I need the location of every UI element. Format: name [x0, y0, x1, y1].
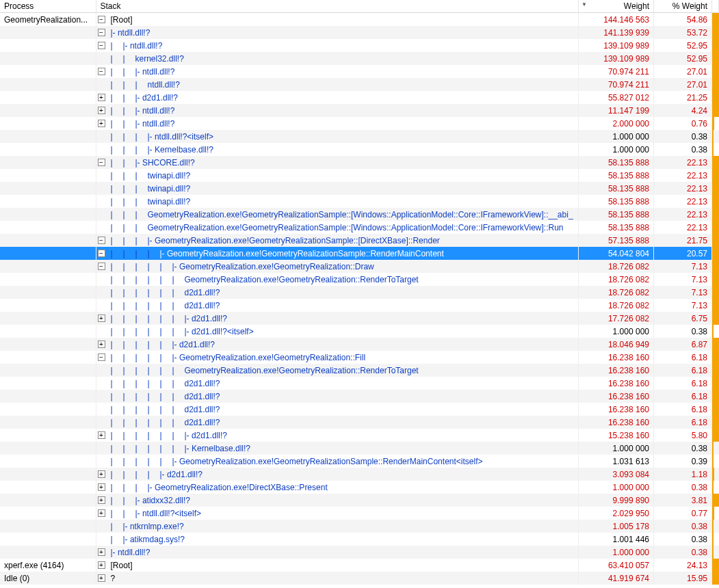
collapse-icon[interactable]: − — [98, 68, 105, 75]
table-row[interactable]: −|||||- GeometryRealization.exe!Geometry… — [0, 247, 719, 260]
table-row[interactable]: ||||||GeometryRealization.exe!GeometryRe… — [0, 273, 719, 286]
expand-icon[interactable]: + — [98, 496, 105, 504]
expand-icon[interactable]: + — [98, 120, 105, 127]
table-row[interactable]: ||||- Kernelbase.dll!?1.000 0000.38 — [0, 143, 719, 156]
col-weight[interactable]: ▼Weight — [579, 0, 654, 13]
table-row[interactable]: GeometryRealization...−[Root]144.146 563… — [0, 13, 719, 27]
table-row[interactable]: |||twinapi.dll!?58.135 88822.13 — [0, 182, 719, 195]
collapse-icon[interactable]: − — [98, 353, 105, 361]
tree-pipe-icon: | — [148, 353, 160, 362]
table-row[interactable]: +|||- ntdll.dll!?2.000 0000.76 — [0, 117, 719, 130]
table-row[interactable]: |||GeometryRealization.exe!GeometryReali… — [0, 221, 719, 234]
table-row[interactable]: ||kernel32.dll!?139.109 98952.95 — [0, 52, 719, 65]
col-process[interactable]: Process — [0, 0, 96, 13]
weight-cell: 55.827 012 — [579, 91, 654, 104]
table-row[interactable]: +|- ntdll.dll!?1.000 0000.38 — [0, 546, 719, 559]
table-row[interactable]: −|||- ntdll.dll!?70.974 21127.01 — [0, 65, 719, 78]
weight-cell: 54.042 804 — [579, 247, 654, 260]
bar-cell — [712, 351, 719, 364]
expand-icon[interactable]: + — [98, 561, 105, 569]
bar-cell — [712, 13, 719, 27]
expand-icon[interactable]: + — [98, 548, 105, 556]
collapse-icon[interactable]: − — [98, 42, 105, 49]
table-row[interactable]: +|||||||- d2d1.dll!?17.726 0826.75 — [0, 312, 719, 325]
table-row[interactable]: ||||||d2d1.dll!?16.238 1606.18 — [0, 403, 719, 416]
expand-icon[interactable]: + — [98, 107, 105, 114]
table-row[interactable]: +|||||||- d2d1.dll!?15.238 1605.80 — [0, 429, 719, 442]
bar-cell — [712, 416, 719, 429]
table-row[interactable]: |||GeometryRealization.exe!GeometryReali… — [0, 208, 719, 221]
stack-cell: ||||- ntdll.dll!?<itself> — [96, 130, 579, 143]
tree-pipe-icon: | — [148, 262, 160, 271]
table-row[interactable]: ||||||d2d1.dll!?16.238 1606.18 — [0, 390, 719, 403]
weight-cell: 3.093 084 — [579, 468, 654, 481]
collapse-icon[interactable]: − — [98, 250, 105, 257]
table-row[interactable]: |||ntdll.dll!?70.974 21127.01 — [0, 78, 719, 91]
table-row[interactable]: ||||||d2d1.dll!?18.726 0827.13 — [0, 299, 719, 312]
expand-icon[interactable]: + — [98, 340, 105, 348]
collapse-icon[interactable]: − — [98, 237, 105, 244]
table-row[interactable]: Idle (0)+?41.919 67415.95 — [0, 572, 719, 585]
col-pct[interactable]: % Weight — [654, 0, 712, 13]
bar-cell — [712, 325, 719, 338]
table-row[interactable]: |||||||- d2d1.dll!?<itself>1.000 0000.38 — [0, 325, 719, 338]
collapse-icon[interactable]: − — [98, 159, 105, 166]
weight-cell: 16.238 160 — [579, 403, 654, 416]
bar-cell — [712, 130, 719, 143]
tree-pipe-icon: | — [148, 275, 160, 284]
collapse-icon[interactable]: − — [98, 29, 105, 36]
table-row[interactable]: −||||||- GeometryRealization.exe!Geometr… — [0, 351, 719, 364]
pct-cell: 6.18 — [654, 403, 712, 416]
table-row[interactable]: ||||||d2d1.dll!?18.726 0827.13 — [0, 286, 719, 299]
tree-pipe-icon: | — [160, 405, 172, 414]
table-row[interactable]: +|||- atidxx32.dll!?9.999 8903.81 — [0, 494, 719, 507]
stack-cell: ||||- Kernelbase.dll!? — [96, 143, 579, 156]
table-row[interactable]: −||- ntdll.dll!?139.109 98952.95 — [0, 39, 719, 52]
table-row[interactable]: ||||- ntdll.dll!?<itself>1.000 0000.38 — [0, 130, 719, 143]
table-row[interactable]: ||||||GeometryRealization.exe!GeometryRe… — [0, 364, 719, 377]
weight-bar — [712, 455, 714, 468]
expand-icon[interactable]: + — [98, 470, 105, 478]
table-row[interactable]: +||||- GeometryRealization.exe!DirectXBa… — [0, 481, 719, 494]
table-row[interactable]: ||||||- GeometryRealization.exe!Geometry… — [0, 455, 719, 468]
table-row[interactable]: xperf.exe (4164)+[Root]63.410 05724.13 — [0, 559, 719, 572]
stack-label: |- d2d1.dll!? — [160, 470, 203, 479]
expand-icon[interactable]: + — [98, 483, 105, 491]
table-row[interactable]: +|||- ntdll.dll!?<itself>2.029 9500.77 — [0, 507, 719, 520]
expand-icon[interactable]: + — [98, 315, 105, 322]
tree-pipe-icon: | — [111, 470, 123, 479]
stack-cell: ||kernel32.dll!? — [96, 52, 579, 65]
tree-pipe-icon: | — [111, 210, 123, 219]
table-row[interactable]: |||||||- Kernelbase.dll!?1.000 0000.38 — [0, 442, 719, 455]
table-row[interactable]: +|||||- d2d1.dll!?3.093 0841.18 — [0, 468, 719, 481]
table-row[interactable]: −|||- SHCORE.dll!?58.135 88822.13 — [0, 156, 719, 169]
collapse-icon[interactable]: − — [98, 263, 105, 270]
expand-icon[interactable]: + — [98, 94, 105, 101]
weight-cell: 58.135 888 — [579, 208, 654, 221]
table-row[interactable]: ||- ntkrnlmp.exe!?1.005 1780.38 — [0, 520, 719, 533]
expand-icon[interactable]: + — [98, 431, 105, 439]
stack-label: |- ntdll.dll!? — [135, 119, 175, 129]
table-row[interactable]: +||||||- d2d1.dll!?18.046 9496.87 — [0, 338, 719, 351]
table-row[interactable]: +|||- d2d1.dll!?55.827 01221.25 — [0, 91, 719, 104]
table-row[interactable]: |||twinapi.dll!?58.135 88822.13 — [0, 195, 719, 208]
col-stack[interactable]: Stack — [96, 0, 579, 13]
table-row[interactable]: −|- ntdll.dll!?141.139 93953.72 — [0, 26, 719, 39]
stack-label: |- ntdll.dll!? — [123, 41, 163, 51]
table-row[interactable]: ||||||d2d1.dll!?16.238 1606.18 — [0, 416, 719, 429]
pct-cell: 53.72 — [654, 26, 712, 39]
table-row[interactable]: −||||- GeometryRealization.exe!GeometryR… — [0, 234, 719, 247]
expand-icon[interactable]: + — [98, 509, 105, 517]
table-row[interactable]: −||||||- GeometryRealization.exe!Geometr… — [0, 260, 719, 273]
table-row[interactable]: ||- atikmdag.sys!?1.001 4460.38 — [0, 533, 719, 546]
collapse-icon[interactable]: − — [98, 16, 105, 23]
expand-icon[interactable]: + — [98, 574, 105, 582]
pct-cell: 7.13 — [654, 299, 712, 312]
bar-cell — [712, 91, 719, 104]
weight-cell: 1.000 000 — [579, 442, 654, 455]
table-row[interactable]: |||twinapi.dll!?58.135 88822.13 — [0, 169, 719, 182]
tree-pipe-icon: | — [123, 444, 135, 453]
table-row[interactable]: ||||||d2d1.dll!?16.238 1606.18 — [0, 377, 719, 390]
table-row[interactable]: +|||- ntdll.dll!?11.147 1994.24 — [0, 104, 719, 117]
tree-pipe-icon: | — [111, 535, 123, 544]
